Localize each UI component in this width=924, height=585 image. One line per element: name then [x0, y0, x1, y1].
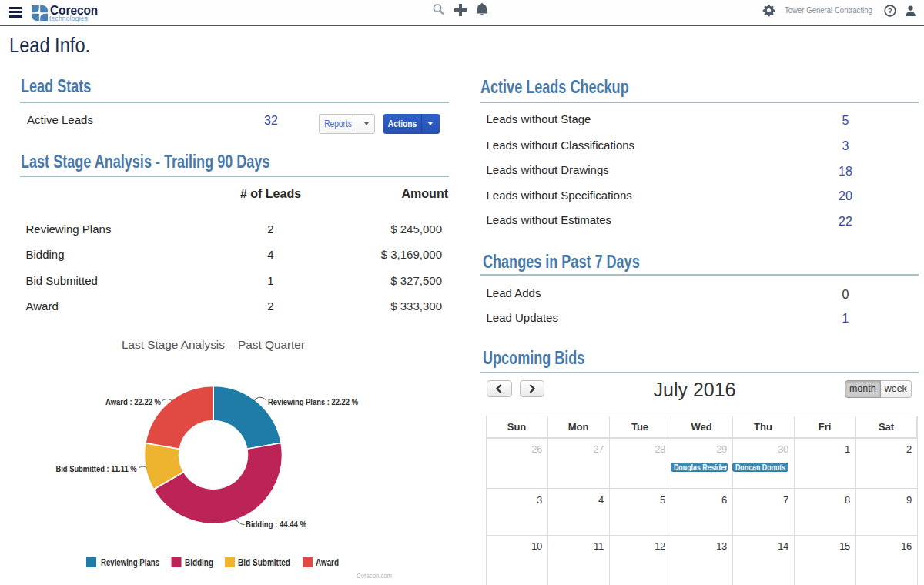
- svg-text:Bid Submitted: Bid Submitted: [238, 557, 290, 568]
- svg-text:Award: Award: [316, 557, 339, 568]
- svg-text:Corecon.com: Corecon.com: [357, 571, 392, 580]
- svg-text:?: ?: [888, 6, 892, 15]
- svg-text:Last Stage Analysis – Past Qua: Last Stage Analysis – Past Quarter: [122, 339, 305, 351]
- svg-text:Reviewing Plans: Reviewing Plans: [101, 557, 159, 568]
- svg-text:Award : 22.22 %: Award : 22.22 %: [105, 397, 161, 406]
- svg-text:Bid Submitted : 11.11 %: Bid Submitted : 11.11 %: [56, 464, 137, 473]
- svg-text:Bidding: Bidding: [185, 557, 213, 568]
- svg-text:Reviewing Plans : 22.22 %: Reviewing Plans : 22.22 %: [268, 397, 358, 406]
- svg-text:Bidding : 44.44 %: Bidding : 44.44 %: [246, 520, 306, 529]
